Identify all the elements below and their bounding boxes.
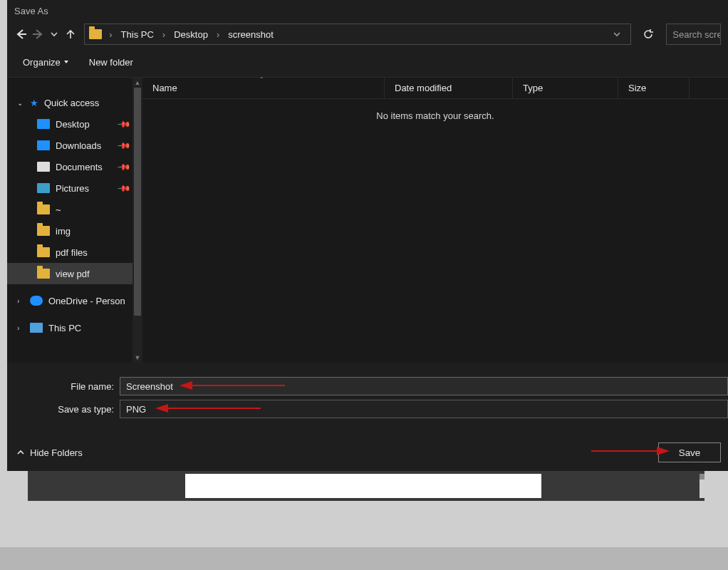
hide-folders-button[interactable]: Hide Folders [17, 447, 83, 458]
sidebar-item-documents[interactable]: Documents 📌 [7, 156, 132, 177]
file-name-label: File name: [7, 381, 120, 392]
search-input[interactable]: Search screen [666, 24, 721, 45]
column-label: Date modified [395, 83, 452, 93]
save-type-value: PNG [126, 404, 146, 415]
chevron-up-icon [17, 449, 24, 456]
file-list-pane: ˄ Name Date modified Type Size No items … [142, 78, 728, 363]
column-header-type[interactable]: Type [513, 78, 618, 98]
sidebar-item-downloads[interactable]: Downloads 📌 [7, 135, 132, 156]
new-folder-button[interactable]: New folder [89, 57, 133, 68]
empty-list-message: No items match your search. [142, 110, 728, 121]
chevron-right-icon: › [17, 324, 24, 332]
sidebar-item-pictures[interactable]: Pictures 📌 [7, 177, 132, 199]
column-label: Type [523, 83, 543, 93]
sidebar-item-label: img [56, 226, 71, 237]
sort-indicator-icon: ˄ [260, 76, 264, 83]
sidebar-this-pc[interactable]: › This PC [7, 317, 132, 338]
column-label: Name [152, 83, 177, 93]
pin-icon: 📌 [117, 160, 132, 175]
toolbar: Organize New folder [7, 47, 728, 77]
save-type-row: Save as type: PNG [7, 398, 728, 420]
sidebar-scrollbar-thumb[interactable] [134, 88, 141, 316]
chevron-right-icon: › [212, 29, 224, 40]
up-button[interactable] [63, 26, 77, 43]
file-name-input[interactable] [120, 377, 728, 395]
bottom-pane: File name: Save as type: PNG Hide Folder… [7, 363, 728, 471]
save-as-dialog: Save As › This PC › Desktop › screenshot [7, 0, 728, 471]
chevron-right-icon: › [105, 29, 116, 40]
recent-locations-button[interactable] [47, 26, 61, 43]
chevron-right-icon: › [17, 297, 24, 305]
sidebar-onedrive[interactable]: › OneDrive - Person [7, 290, 132, 311]
file-name-row: File name: [7, 375, 728, 397]
column-header-size[interactable]: Size [618, 78, 690, 98]
sidebar-scrollbar[interactable]: ▲ ▼ [132, 78, 142, 363]
chevron-down-icon: ⌄ [17, 99, 24, 107]
organize-button[interactable]: Organize [23, 57, 69, 68]
pictures-icon [37, 183, 50, 193]
sidebar-item-label: pdf files [56, 247, 88, 258]
folder-icon [37, 247, 50, 257]
folder-icon [37, 269, 50, 279]
sidebar-item-label: Desktop [56, 119, 90, 130]
folder-icon [89, 29, 102, 39]
save-type-select[interactable]: PNG [120, 400, 728, 418]
sidebar-quick-access[interactable]: ⌄ ★ Quick access [7, 92, 132, 113]
search-placeholder: Search screen [672, 29, 721, 40]
organize-label: Organize [23, 57, 61, 68]
chevron-right-icon: › [158, 29, 170, 40]
folder-icon [37, 226, 50, 236]
bg-bottom-strip [0, 547, 728, 570]
save-type-label: Save as type: [7, 404, 120, 415]
sidebar-item-pdf-files[interactable]: pdf files [7, 242, 132, 263]
back-button[interactable] [14, 26, 28, 43]
sidebar-item-img[interactable]: img [7, 220, 132, 242]
nav-row: › This PC › Desktop › screenshot Search … [7, 21, 728, 47]
forward-button[interactable] [31, 26, 44, 43]
pin-icon: 📌 [117, 181, 132, 196]
sidebar: ⌄ ★ Quick access Desktop 📌 Downloads 📌 D [7, 78, 142, 363]
bg-scrollbar-thumb[interactable] [700, 474, 704, 480]
sidebar-item-label: Pictures [56, 183, 89, 194]
bg-document-area [185, 474, 541, 498]
scroll-up-icon[interactable]: ▲ [132, 78, 142, 88]
onedrive-label: OneDrive - Person [48, 296, 125, 306]
scroll-down-icon[interactable]: ▼ [132, 353, 142, 363]
sidebar-item-desktop[interactable]: Desktop 📌 [7, 113, 132, 135]
hide-folders-label: Hide Folders [30, 447, 83, 458]
actions-row: Hide Folders Save [7, 434, 728, 471]
desktop-icon [37, 119, 50, 129]
breadcrumb-this-pc[interactable]: This PC [120, 29, 155, 40]
dialog-title-bar: Save As [7, 0, 728, 21]
column-label: Size [628, 83, 646, 93]
documents-icon [37, 162, 50, 172]
sidebar-item-label: Downloads [56, 140, 101, 151]
downloads-icon [37, 140, 50, 150]
pin-icon: 📌 [117, 138, 132, 153]
sidebar-item-home[interactable]: ~ [7, 199, 132, 220]
column-header-name[interactable]: Name [142, 78, 385, 98]
save-button[interactable]: Save [658, 442, 721, 462]
sidebar-item-label: ~ [56, 204, 61, 215]
star-icon: ★ [30, 98, 38, 108]
folder-icon [37, 204, 50, 214]
pc-icon [30, 323, 43, 333]
dialog-title: Save As [14, 6, 48, 16]
nav-tree: ⌄ ★ Quick access Desktop 📌 Downloads 📌 D [7, 92, 132, 338]
pin-icon: 📌 [117, 117, 132, 132]
sidebar-item-view-pdf[interactable]: view pdf [7, 263, 132, 284]
caret-down-icon [63, 59, 69, 65]
breadcrumb-desktop[interactable]: Desktop [172, 29, 209, 40]
sidebar-item-label: view pdf [56, 269, 90, 279]
quick-access-label: Quick access [44, 98, 99, 108]
column-header-date[interactable]: Date modified [385, 78, 513, 98]
cloud-icon [30, 296, 43, 306]
sidebar-item-label: Documents [56, 162, 103, 172]
main-area: ⌄ ★ Quick access Desktop 📌 Downloads 📌 D [7, 77, 728, 363]
refresh-button[interactable] [638, 24, 657, 45]
this-pc-label: This PC [48, 323, 81, 333]
address-bar[interactable]: › This PC › Desktop › screenshot [84, 24, 631, 45]
breadcrumb-screenshot[interactable]: screenshot [227, 29, 275, 40]
address-dropdown-button[interactable] [608, 31, 626, 38]
column-headers: ˄ Name Date modified Type Size [142, 78, 728, 99]
